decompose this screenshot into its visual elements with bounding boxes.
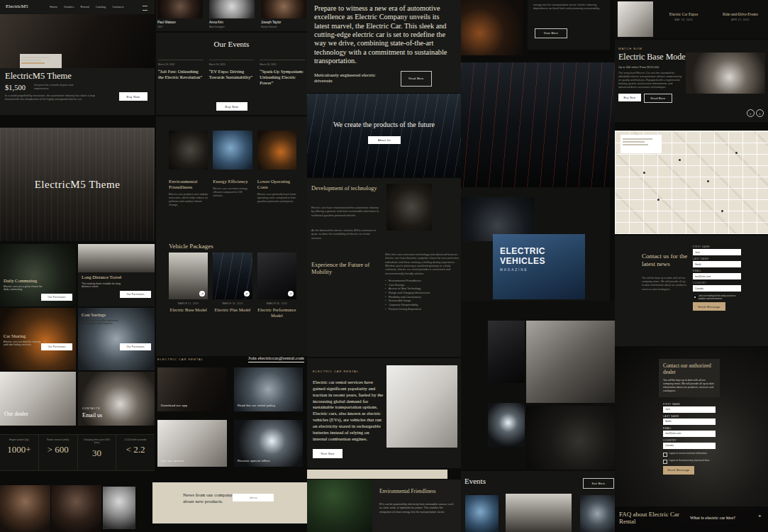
base-model-buy-button[interactable]: Buy Now	[618, 94, 641, 101]
use-case-title: Car Sharing	[4, 333, 26, 338]
faq-expand-icon[interactable]: +	[758, 513, 762, 519]
base-model-subtitle: Up to 300 miles! From $125,000	[618, 65, 659, 69]
arrow-icon[interactable]	[288, 291, 294, 297]
mailing-list-checkbox-row[interactable]: Join our mailing list for early access t…	[693, 294, 741, 300]
event-item[interactable]: March 16, 2020 “Jolt Fest: Unleashing th…	[158, 60, 204, 86]
send-message-button[interactable]: Send Message	[693, 302, 725, 311]
logo[interactable]: ElectricM5	[6, 4, 28, 9]
read-more-button[interactable]: Read More	[401, 71, 432, 87]
rental-copy-label: Electric Car Rental	[313, 370, 359, 373]
rental-tile[interactable]: Use our service	[157, 420, 227, 467]
send-message-button[interactable]: Send Message	[663, 466, 694, 475]
nav-item-catalog[interactable]: Catalog	[96, 5, 106, 9]
rental-tile-caption: Read the car rental policy	[238, 404, 275, 407]
map-pin[interactable]	[707, 180, 709, 182]
top-event-item[interactable]: Electric Car Expos MAY 16, 2020	[656, 0, 711, 38]
email-input[interactable]: mail@site.com	[693, 273, 741, 279]
package-date: MARCH 26, 2020	[213, 302, 252, 305]
arrow-icon[interactable]	[244, 291, 250, 297]
rental-tile[interactable]: Download our app	[157, 367, 227, 411]
map[interactable]	[615, 131, 768, 234]
contacts-label: CONTACTS	[82, 407, 100, 410]
buy-now-button[interactable]: Buy Now	[119, 92, 148, 101]
faq-question[interactable]: What is electric car hire?	[690, 515, 735, 520]
checkbox-icon[interactable]	[693, 295, 697, 299]
map-pin[interactable]	[721, 210, 723, 212]
theme-hero-title: ElectricM5 Theme	[35, 179, 121, 191]
rental-tile[interactable]: Read the car rental policy	[234, 367, 303, 411]
event-title: “Spark-Up Symposium: Unleashing Electric…	[260, 69, 305, 86]
email-input[interactable]: mail@site.com	[663, 431, 716, 437]
first-name-input[interactable]: Jack	[693, 249, 741, 255]
events-bottom-title: Events	[464, 477, 486, 485]
our-purchases-button[interactable]: Our Purchases	[120, 291, 151, 298]
package-item[interactable]: MARCH 30, 2020 Electric Performance Mode…	[257, 302, 296, 318]
country-select[interactable]: Canada	[693, 285, 741, 292]
team-photo	[157, 0, 203, 18]
personal-data-checkbox-row[interactable]: I agree to the processing of personal da…	[663, 459, 716, 464]
rental-tile-caption: Use our service	[161, 459, 184, 462]
carousel-prev-icon[interactable]: ‹	[747, 109, 755, 117]
team-member-name: Joseph Taylor	[261, 21, 281, 24]
event-item[interactable]: March 16, 2020 “Spark-Up Symposium: Unle…	[260, 60, 305, 86]
menu-icon[interactable]	[143, 6, 148, 11]
rental-tile[interactable]: Receive special offers	[234, 420, 303, 467]
package-item[interactable]: MARCH 21, 2020 Electric Base Model	[169, 302, 208, 318]
events-buy-now-button[interactable]: Buy Now	[216, 102, 247, 111]
use-case-text: This making them suitable for long-dista…	[82, 282, 123, 289]
theme-hero-photo: ElectricM5 Theme	[0, 128, 155, 241]
map-pin[interactable]	[657, 199, 660, 201]
package-name: Electric Performance Model	[257, 307, 296, 318]
nav-item-rental[interactable]: Rental	[81, 5, 89, 9]
rental-copy-section: Electric Car Rental Electric car rental …	[307, 358, 461, 468]
first-name-input[interactable]: Jack	[663, 406, 716, 413]
exclusive-info-checkbox-row[interactable]: I agree to receive exclusive information…	[663, 452, 716, 457]
country-select[interactable]: Canada	[663, 443, 716, 449]
nav-item-home[interactable]: Home	[50, 5, 57, 9]
our-purchases-button[interactable]: Our Purchases	[41, 294, 72, 301]
news-text: News from our company about new products…	[183, 492, 234, 505]
join-email-link[interactable]: Join electriccar@rental.com	[248, 355, 304, 362]
magazine-video-card[interactable]: ELECTRIC VEHICLES MAGAZINE	[493, 234, 585, 299]
team-member-role: Main Designer	[209, 26, 225, 28]
checkbox-icon[interactable]	[663, 453, 667, 457]
checkbox-icon[interactable]	[663, 460, 667, 464]
country-label: COUNTRY	[663, 439, 716, 442]
arrow-icon[interactable]	[199, 291, 205, 297]
dealer-contact-card: Contact our authorized dealer You will b…	[659, 359, 720, 397]
our-dealer-card[interactable]: Our dealer	[0, 372, 76, 426]
stat-power-reserve: Power reserve (mile) > 600	[38, 435, 77, 470]
experience-bullets: Environmental Friendliness Cost Savings …	[385, 279, 459, 312]
contact-news-title: Contact us for the latest news	[642, 253, 699, 269]
top-event-item[interactable]: Ride-and-Drive Events APR 12, 2020	[713, 0, 768, 38]
view-more-button[interactable]: View More	[535, 28, 567, 38]
our-purchases-button[interactable]: Our Purchases	[41, 343, 72, 350]
dealer-contact-form: FIRST NAME Jack LAST NAME Smith EMAIL ma…	[659, 397, 720, 475]
rent-now-button[interactable]: Rent Now	[313, 449, 343, 458]
last-name-input[interactable]: Smith	[663, 419, 716, 425]
nav-item-dealers[interactable]: Dealers	[64, 5, 74, 9]
map-pin[interactable]	[679, 159, 681, 161]
use-case-text: Electric cars are a great choice for dai…	[4, 285, 45, 292]
team-member-name: Anna Kim	[209, 21, 223, 24]
carousel-next-icon[interactable]: ›	[756, 109, 764, 117]
highway-photo	[461, 62, 615, 187]
hero-car-photo	[0, 14, 155, 68]
last-name-input[interactable]: Smith	[693, 261, 741, 267]
see-more-button[interactable]: See More	[583, 478, 614, 489]
base-model-read-button[interactable]: Read More	[644, 94, 672, 103]
join-us-input[interactable]: Join us	[233, 494, 274, 501]
nav-item-contacts[interactable]: Contacts	[112, 5, 124, 9]
stat-value: 1000+	[0, 444, 38, 455]
use-case-text: Electric cars can offer significant cost…	[82, 319, 123, 326]
our-purchases-button[interactable]: Our Purchases	[120, 343, 151, 350]
map-pin[interactable]	[735, 152, 738, 154]
contact-news-form: FIRST NAME Jack LAST NAME Smith EMAIL ma…	[693, 245, 741, 311]
package-item[interactable]: MARCH 26, 2020 Electric Plus Model	[213, 302, 252, 318]
top-events-strip: Electric Car Expos MAY 16, 2020 Ride-and…	[615, 0, 768, 38]
email-us-card[interactable]: CONTACTS Email us	[78, 372, 155, 426]
event-item[interactable]: March 16, 2020 “EV Expo: Driving Towards…	[209, 60, 255, 86]
use-case-tile: Cost Savings Electric cars can offer sig…	[78, 308, 155, 370]
about-us-button[interactable]: About Us	[368, 136, 401, 144]
map-pin[interactable]	[643, 172, 645, 174]
